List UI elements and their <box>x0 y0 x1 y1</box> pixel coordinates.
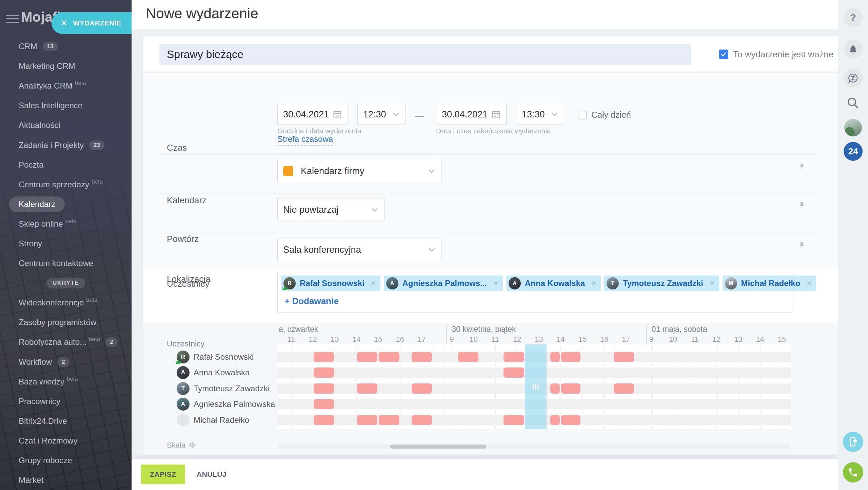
remove-participant-icon[interactable]: ✕ <box>709 279 715 287</box>
start-time-select[interactable]: 12:30 <box>357 104 406 125</box>
sidebar-item-sklep-online[interactable]: Sklep onlinebeta <box>0 214 132 234</box>
sidebar-item-kalendarz[interactable]: Kalendarz <box>0 194 132 214</box>
scheduler-hour-label: 16 <box>396 335 404 344</box>
user-avatar[interactable] <box>844 119 862 136</box>
end-date-field[interactable]: 30.04.2021 24 <box>436 104 507 125</box>
bitrix24-logo[interactable]: 24 <box>844 142 863 161</box>
question-mark-icon: ? <box>850 12 856 23</box>
chevron-down-icon <box>428 167 436 175</box>
all-day-checkbox[interactable] <box>578 111 587 119</box>
help-button[interactable]: ? <box>844 8 863 27</box>
svg-text:24: 24 <box>494 114 498 117</box>
pin-icon[interactable] <box>797 242 806 252</box>
repeat-select[interactable]: Nie powtarzaj <box>277 199 384 221</box>
end-time-select[interactable]: 13:30 <box>516 104 564 125</box>
sidebar-item-label: Market <box>19 475 43 485</box>
participant-chip-name: Agnieszka Palmows... <box>402 279 487 288</box>
scheduler-hour-label: 15 <box>374 335 382 344</box>
sidebar-item-workflow[interactable]: Workflow2 <box>0 352 132 372</box>
scheduler-hour-label: 15 <box>578 335 586 344</box>
sidebar-item-strony[interactable]: Strony <box>0 234 132 253</box>
sidebar-item-grupy-robocze[interactable]: Grupy robocze <box>0 451 132 470</box>
calendar-color-swatch <box>283 166 293 176</box>
sidebar-item-market[interactable]: Market <box>0 470 132 490</box>
busy-block <box>314 383 334 394</box>
phone-call-button[interactable] <box>843 462 863 483</box>
all-day-group: Cały dzień <box>578 110 631 120</box>
remove-participant-icon[interactable]: ✕ <box>493 279 499 287</box>
counter-badge: 23 <box>89 140 104 150</box>
busy-block <box>550 415 560 425</box>
pin-icon[interactable] <box>797 163 806 173</box>
sidebar-item-label: Baza wiedzybeta <box>19 377 78 387</box>
sidebar-item-bitrix24-drive[interactable]: Bitrix24.Drive <box>0 411 132 431</box>
busy-block <box>550 383 560 394</box>
sidebar-item-centrum-kontaktowe[interactable]: Centrum kontaktowe <box>0 253 132 273</box>
participant-chip[interactable]: AAgnieszka Palmows...✕ <box>384 276 503 291</box>
calendar-select[interactable]: Kalendarz firmy <box>277 160 441 182</box>
scheduler-participant-name: Anna Kowalska <box>194 368 250 377</box>
busy-block <box>504 368 524 378</box>
remove-participant-icon[interactable]: ✕ <box>371 279 376 287</box>
sidebar-item-crm[interactable]: CRM13 <box>0 37 132 56</box>
hamburger-menu-icon[interactable] <box>6 15 19 24</box>
close-event-button[interactable]: ✕ WYDARZENIE <box>52 12 132 34</box>
sidebar-item-czat-i-rozmowy[interactable]: Czat i Rozmowy <box>0 431 132 451</box>
cancel-button[interactable]: ANULUJ <box>195 465 229 484</box>
rail-divider <box>841 91 865 91</box>
location-select[interactable]: Sala konferencyjna <box>277 239 441 261</box>
sidebar-item-robotyczna-auto[interactable]: Robotyczna auto...beta2 <box>0 332 132 352</box>
sidebar-item-pracownicy[interactable]: Pracownicy <box>0 392 132 411</box>
sidebar-menu: CRM13Marketing CRMAnalityka CRMbetaSales… <box>0 37 132 490</box>
participant-chips: RRafał Sosnowski✕AAgnieszka Palmows...✕A… <box>281 276 816 291</box>
sidebar-item-analityka-crm[interactable]: Analityka CRMbeta <box>0 76 132 96</box>
scale-label: Skala <box>167 441 185 450</box>
participant-chip[interactable]: MMichał Radełko✕ <box>723 276 816 291</box>
scale-control: Skala ⚙ <box>167 441 196 450</box>
mobile-app-icon <box>847 436 859 448</box>
start-date-field[interactable]: 30.04.2021 24 <box>277 104 348 125</box>
counter-badge: 13 <box>43 42 58 51</box>
pin-icon[interactable] <box>797 202 806 212</box>
timezone-link[interactable]: Strefa czasowa <box>277 134 333 146</box>
sidebar-item-sales-intelligence[interactable]: Sales Intelligence <box>0 96 132 115</box>
sidebar-item-aktualno-ci[interactable]: Aktualności <box>0 115 132 135</box>
participant-chip[interactable]: AAnna Kowalska✕ <box>506 276 601 291</box>
avatar: M <box>725 277 737 289</box>
scheduler-participant-row: TTymoteusz Zawadzki <box>177 382 270 395</box>
scrollbar-thumb[interactable] <box>390 445 486 449</box>
participants-box: RRafał Sosnowski✕AAgnieszka Palmows...✕A… <box>277 272 792 313</box>
busy-block <box>412 352 432 362</box>
beta-tag: beta <box>89 336 100 343</box>
participant-chip[interactable]: TTymoteusz Zawadzki✕ <box>604 276 719 291</box>
busy-block <box>412 383 432 394</box>
sidebar-item-poczta[interactable]: Poczta <box>0 155 132 175</box>
beta-tag: beta <box>75 80 86 87</box>
event-title-input[interactable] <box>159 44 691 65</box>
remove-participant-icon[interactable]: ✕ <box>591 279 597 287</box>
save-button[interactable]: ZAPISZ <box>141 465 185 484</box>
participant-chip[interactable]: RRafał Sosnowski✕ <box>281 276 380 291</box>
sidebar-item-centrum-sprzeda-y[interactable]: Centrum sprzedażybeta <box>0 175 132 194</box>
busy-block <box>550 352 560 362</box>
sidebar-item-baza-wiedzy[interactable]: Baza wiedzybeta <box>0 372 132 392</box>
sidebar-item-zasoby-programist-w[interactable]: Zasoby programistów <box>0 313 132 332</box>
chevron-down-icon <box>392 111 400 118</box>
mobile-app-button[interactable] <box>843 432 863 452</box>
search-button[interactable] <box>846 96 860 111</box>
busy-block <box>357 352 377 362</box>
notifications-button[interactable] <box>844 40 863 59</box>
sidebar-item-marketing-crm[interactable]: Marketing CRM <box>0 56 132 76</box>
sidebar-item-zadania-i-projekty[interactable]: Zadania i Projekty23 <box>0 135 132 155</box>
add-participant-link[interactable]: + Dodawanie <box>284 296 339 306</box>
selected-time-band[interactable] <box>525 344 547 429</box>
sidebar-item-wideokonferencje[interactable]: Wideokonferencjebeta <box>0 293 132 313</box>
remove-participant-icon[interactable]: ✕ <box>806 279 812 287</box>
chat-transfer-button[interactable] <box>844 69 863 88</box>
powtorz-label: Powtórz <box>167 234 199 244</box>
avatar: A <box>177 366 190 379</box>
important-checkbox[interactable] <box>719 50 728 59</box>
hidden-section-label: UKRYTE <box>46 278 85 288</box>
scale-settings-icon[interactable]: ⚙ <box>189 441 196 450</box>
page-title: Nowe wydarzenie <box>146 5 258 22</box>
